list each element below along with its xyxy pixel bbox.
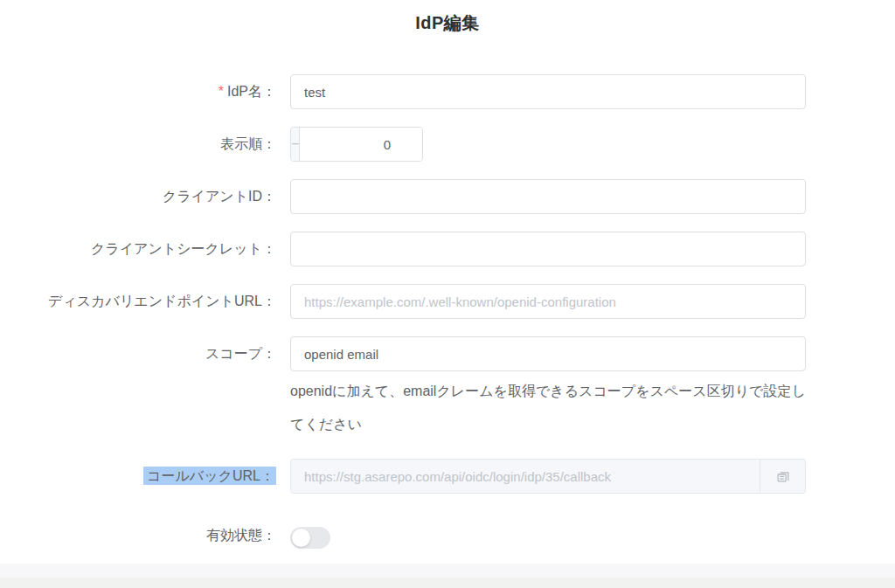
form-row-callback-url: コールバックURL： [0,459,895,494]
idp-name-label: *IdP名： [0,74,278,109]
client-secret-label: クライアントシークレット： [0,232,278,266]
idp-edit-form: *IdP名： 表示順： − + クライアントID： クライアントシークレット： … [0,74,895,585]
callback-url-label-text: コールバックURL： [143,467,276,485]
form-row-enabled: 有効状態： [0,518,895,553]
scope-help-text: openidに加えて、emailクレームを取得できるスコープをスペース区切りで設… [290,375,808,441]
callback-url-label: コールバックURL： [0,459,278,494]
scope-input[interactable] [290,336,806,371]
footer-band-dark [0,578,895,588]
form-row-client-id: クライアントID： [0,179,895,214]
display-order-input[interactable] [300,128,423,161]
footer-band-light [0,564,895,578]
scope-label: スコープ： [0,336,278,371]
page-title: IdP編集 [0,0,895,35]
discovery-url-input[interactable] [290,284,806,319]
decrease-button[interactable]: − [291,128,300,161]
client-id-label: クライアントID： [0,179,278,214]
discovery-url-label: ディスカバリエンドポイントURL： [0,284,278,319]
display-order-label: 表示順： [0,127,278,162]
idp-name-input[interactable] [290,74,806,109]
callback-url-input-group [290,459,806,494]
form-row-client-secret: クライアントシークレット： [0,232,895,266]
client-secret-input[interactable] [290,232,806,266]
form-row-discovery-url: ディスカバリエンドポイントURL： [0,284,895,319]
form-row-idp-name: *IdP名： [0,74,895,109]
client-id-input[interactable] [290,179,806,214]
form-row-scope: スコープ： openidに加えて、emailクレームを取得できるスコープをスペー… [0,336,895,441]
display-order-stepper: − + [290,127,423,162]
idp-name-label-text: IdP名： [227,84,276,99]
copy-callback-url-button[interactable] [760,459,806,494]
copy-icon [775,468,791,484]
enabled-label: 有効状態： [0,518,278,553]
enabled-toggle[interactable] [290,527,330,549]
required-asterisk: * [219,84,224,99]
toggle-knob [292,529,310,547]
form-row-display-order: 表示順： − + [0,127,895,162]
callback-url-input [290,459,760,494]
